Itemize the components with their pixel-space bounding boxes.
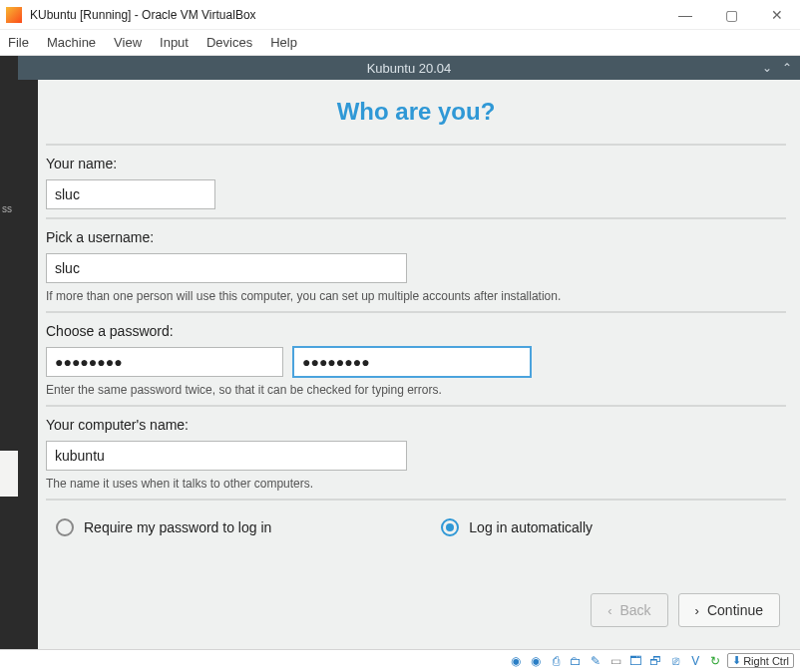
vm-display-frame: ss Kubuntu 20.04 ⌄ ⌃ Who are you? Your n… [0,56,800,649]
wizard-footer: ‹ Back › Continue [46,585,786,635]
menu-view[interactable]: View [114,35,142,50]
optical-icon[interactable]: ◉ [528,653,544,669]
radio-require-label: Require my password to log in [84,519,271,535]
menu-devices[interactable]: Devices [206,35,252,50]
section-username: Pick a username: If more than one person… [46,217,786,311]
chevron-up-icon[interactable]: ⌃ [782,61,792,75]
continue-button[interactable]: › Continue [678,593,780,627]
chevron-left-icon: ‹ [607,603,611,618]
guest-left-stub [0,451,18,497]
username-label: Pick a username: [46,229,786,245]
password-input[interactable] [46,347,283,377]
host-window-title: KUbuntu [Running] - Oracle VM VirtualBox [30,8,662,22]
back-button[interactable]: ‹ Back [591,593,667,627]
password-label: Choose a password: [46,323,786,339]
recording-icon[interactable]: ⎚ [667,653,683,669]
guest-left-edge: ss [0,56,18,649]
radio-auto-label: Log in automatically [469,519,593,535]
arrow-down-icon: ⬇ [732,654,741,667]
password-confirm-input[interactable] [293,347,531,377]
close-button[interactable]: ✕ [754,0,800,30]
chevron-right-icon: › [695,603,699,618]
page-heading: Who are you? [46,98,786,126]
guest-window-titlebar[interactable]: Kubuntu 20.04 ⌄ ⌃ [18,56,800,80]
harddisk-icon[interactable]: ◉ [508,653,524,669]
shared-folders-icon[interactable]: 🗀 [568,653,584,669]
guest-additions-icon[interactable]: ↻ [707,653,723,669]
name-input[interactable] [46,179,215,209]
chevron-down-icon[interactable]: ⌄ [762,61,772,75]
audio-icon[interactable]: 🗔 [627,653,643,669]
section-name: Your name: [46,144,786,217]
host-key-label: Right Ctrl [743,655,789,667]
section-password: Choose a password: Enter the same passwo… [46,311,786,405]
continue-button-label: Continue [707,602,763,618]
computer-name-hint: The name it uses when it talks to other … [46,477,786,491]
network-icon[interactable]: ✎ [588,653,603,669]
host-menubar: File Machine View Input Devices Help [0,30,800,56]
login-options: Require my password to log in Log in aut… [46,499,786,536]
section-computer-name: Your computer's name: The name it uses w… [46,405,786,499]
virtualbox-app-icon [6,7,22,23]
radio-circle-icon [56,518,74,536]
menu-machine[interactable]: Machine [47,35,96,50]
guest-left-label: ss [2,203,12,214]
computer-name-input[interactable] [46,441,407,471]
username-hint: If more than one person will use this co… [46,289,786,303]
radio-require-password[interactable]: Require my password to log in [56,518,271,536]
menu-help[interactable]: Help [270,35,297,50]
host-window-controls: — ▢ ✕ [662,0,800,30]
name-label: Your name: [46,156,786,171]
guest-window-title: Kubuntu 20.04 [367,61,452,76]
display-icon[interactable]: ▭ [607,653,623,669]
menu-input[interactable]: Input [160,35,189,50]
username-input[interactable] [46,253,407,283]
back-button-label: Back [619,602,650,618]
computer-name-label: Your computer's name: [46,417,786,433]
minimize-button[interactable]: — [662,0,708,30]
radio-circle-icon [441,518,459,536]
host-titlebar: KUbuntu [Running] - Oracle VM VirtualBox… [0,0,800,30]
maximize-button[interactable]: ▢ [708,0,754,30]
virtualbox-statusbar: ◉ ◉ ⎙ 🗀 ✎ ▭ 🗔 🗗 ⎚ V ↻ ⬇ Right Ctrl [0,649,800,671]
cpu-icon[interactable]: V [687,653,703,669]
menu-file[interactable]: File [8,35,29,50]
password-hint: Enter the same password twice, so that i… [46,383,786,397]
radio-login-automatically[interactable]: Log in automatically [441,518,593,536]
usb-icon[interactable]: ⎙ [548,653,564,669]
host-key-indicator[interactable]: ⬇ Right Ctrl [727,653,794,668]
clipboard-icon[interactable]: 🗗 [647,653,663,669]
guest-screen: Kubuntu 20.04 ⌄ ⌃ Who are you? Your name… [18,56,800,649]
installer-panel: Who are you? Your name: Pick a username:… [38,80,800,649]
